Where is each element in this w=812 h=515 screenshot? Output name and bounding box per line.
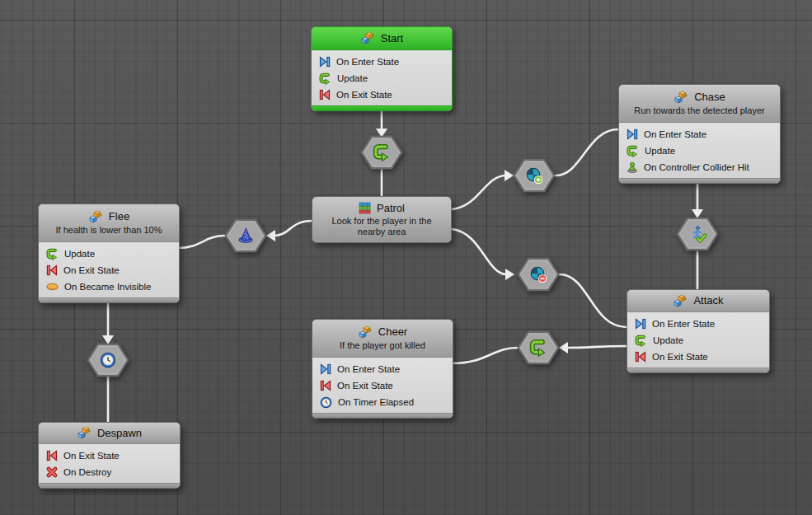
state-header: Attack <box>627 290 769 312</box>
update-icon <box>627 145 639 157</box>
event-row: Update <box>319 70 447 87</box>
event-row: On Exit State <box>635 349 764 365</box>
event-label: On Exit State <box>63 451 120 461</box>
state-node-start[interactable]: Start On Enter State Update On Exit S <box>311 26 453 111</box>
transition-patrol-to-chase[interactable] <box>509 156 559 195</box>
state-footer <box>312 413 453 418</box>
event-label: Update <box>337 73 368 83</box>
exit-icon <box>46 450 58 461</box>
state-boxes-icon <box>358 325 373 339</box>
transition-chase-to-attack[interactable] <box>673 214 722 254</box>
event-label: Update <box>64 249 95 259</box>
state-body: On Enter State On Exit State On Timer El… <box>312 358 453 413</box>
timer-icon <box>320 396 332 409</box>
event-label: On Enter State <box>652 319 715 329</box>
state-subtitle: Look for the player in the nearby area <box>317 216 446 237</box>
state-node-flee[interactable]: Flee If health is lower than 10% Update … <box>38 204 180 303</box>
event-row: On Became Invisible <box>46 279 174 295</box>
state-title: Cheer <box>378 325 407 338</box>
state-boxes-icon <box>77 426 92 439</box>
wire[interactable] <box>452 348 517 363</box>
object-add-icon <box>526 167 543 185</box>
state-header: Despawn <box>39 423 180 444</box>
state-boxes-icon <box>674 91 688 104</box>
state-node-cheer[interactable]: Cheer If the player got killed On Enter … <box>312 319 453 419</box>
event-row: Update <box>46 246 174 262</box>
transition-start-to-patrol[interactable] <box>357 133 406 172</box>
state-body: On Enter State Update On Exit State <box>312 50 452 105</box>
exit-icon <box>635 351 646 363</box>
update-icon <box>635 335 647 347</box>
state-body: On Enter State Update On Controller Coll… <box>619 123 780 178</box>
update-icon <box>319 73 331 85</box>
event-label: On Timer Elapsed <box>338 397 414 407</box>
event-label: Update <box>653 335 683 345</box>
event-label: Update <box>645 146 675 156</box>
transition-flee-to-despawn[interactable] <box>83 340 133 380</box>
wire[interactable] <box>274 221 312 236</box>
event-label: On Exit State <box>337 381 393 391</box>
wire[interactable] <box>556 129 618 176</box>
state-title: Flee <box>109 210 129 222</box>
state-boxes-icon <box>88 210 103 223</box>
enter-icon <box>320 363 331 375</box>
update-transition-icon <box>529 339 547 357</box>
timer-transition-icon <box>100 352 116 368</box>
event-row: On Exit State <box>320 377 448 394</box>
wire[interactable] <box>566 346 627 348</box>
state-header: Cheer If the player got killed <box>312 320 453 358</box>
state-subtitle: If the player got killed <box>340 340 425 351</box>
controller-collider-icon <box>627 162 638 173</box>
exit-icon <box>46 265 58 276</box>
event-row: Update <box>627 143 775 159</box>
event-label: On Enter State <box>336 57 399 67</box>
enter-icon <box>635 318 646 330</box>
state-subtitle: Run towards the detected player <box>634 105 764 116</box>
event-row: On Exit State <box>46 262 174 279</box>
state-body: On Exit State On Destroy <box>39 444 180 483</box>
wire[interactable] <box>560 274 627 327</box>
state-node-attack[interactable]: Attack On Enter State Update On Exit <box>627 289 770 373</box>
state-node-despawn[interactable]: Despawn On Exit State On Destroy <box>38 422 181 489</box>
event-row: On Destroy <box>46 464 175 480</box>
state-title: Attack <box>693 294 723 307</box>
state-boxes-icon <box>360 31 375 44</box>
transition-patrol-to-flee[interactable] <box>221 216 270 255</box>
enter-icon <box>627 129 638 140</box>
event-row: On Enter State <box>635 316 764 332</box>
event-label: On Destroy <box>63 467 111 477</box>
state-header: Flee If health is lower than 10% <box>39 204 179 242</box>
update-icon <box>46 248 59 260</box>
event-row: On Controller Collider Hit <box>627 159 775 176</box>
event-row: On Enter State <box>320 361 448 377</box>
state-header: Start <box>312 27 452 50</box>
wire[interactable] <box>452 229 507 274</box>
state-boxes-icon <box>673 294 688 307</box>
event-row: On Enter State <box>319 54 447 70</box>
transition-attack-to-cheer[interactable] <box>514 328 563 368</box>
wire[interactable] <box>178 236 224 248</box>
event-row: On Exit State <box>46 447 175 464</box>
state-body: Update On Exit State On Became Invisible <box>39 242 179 297</box>
state-footer <box>627 368 769 372</box>
super-state-grid-icon <box>359 202 371 214</box>
state-footer <box>39 297 179 302</box>
state-header: Chase Run towards the detected player <box>619 85 780 123</box>
event-label: On Controller Collider Hit <box>644 162 749 172</box>
state-body: On Enter State Update On Exit State <box>627 312 769 368</box>
transition-patrol-to-attack[interactable] <box>514 255 563 294</box>
event-label: On Became Invisible <box>64 282 151 292</box>
exit-icon <box>320 380 331 391</box>
state-title: Despawn <box>97 427 142 439</box>
state-node-chase[interactable]: Chase Run towards the detected player On… <box>618 84 781 184</box>
event-row: On Exit State <box>319 87 447 103</box>
graph-canvas[interactable]: Start On Enter State Update On Exit S <box>0 0 812 515</box>
wire[interactable] <box>452 176 506 209</box>
destroy-icon <box>46 466 58 478</box>
state-title: Start <box>381 32 403 44</box>
event-row: On Timer Elapsed <box>320 394 448 410</box>
collider-hit-check-icon <box>688 225 707 243</box>
event-label: On Exit State <box>336 90 392 100</box>
state-node-patrol[interactable]: Patrol Look for the player in the nearby… <box>312 196 452 243</box>
state-title: Chase <box>694 91 725 103</box>
